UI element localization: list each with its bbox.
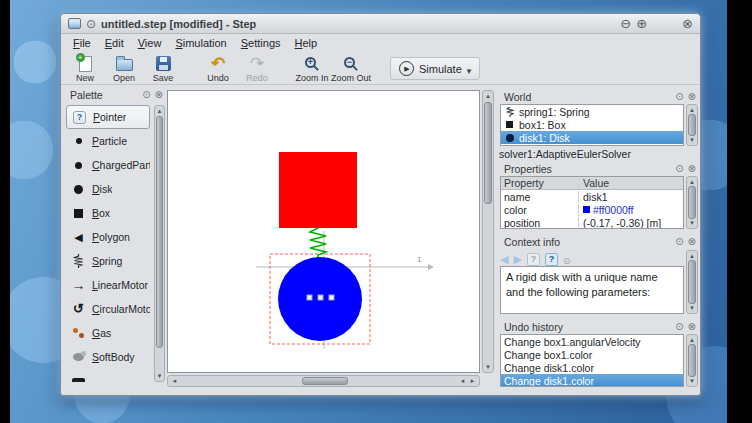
float-panel-icon[interactable] (675, 92, 683, 102)
column-property[interactable]: Property (501, 177, 579, 189)
scrollbar-thumb[interactable] (688, 344, 696, 377)
undo-item[interactable]: Change disk1.color (501, 361, 683, 374)
palette-scrollbar[interactable] (154, 105, 165, 382)
whats-this-icon[interactable] (545, 253, 558, 266)
undo-history-scrollbar[interactable] (686, 334, 698, 387)
property-value[interactable]: disk1 (579, 191, 683, 203)
float-panel-icon[interactable] (675, 237, 683, 247)
column-value[interactable]: Value (579, 177, 683, 189)
scroll-right-icon[interactable] (468, 377, 477, 385)
open-button[interactable]: Open (106, 53, 142, 83)
back-icon[interactable] (500, 253, 508, 265)
palette-item-softbody[interactable]: SoftBody (66, 345, 150, 369)
save-button[interactable]: Save (145, 53, 181, 83)
context-scrollbar[interactable] (686, 250, 698, 314)
zoom-out-button[interactable]: Zoom Out (333, 53, 369, 83)
redo-button[interactable]: Redo (239, 53, 275, 83)
close-button[interactable] (682, 17, 693, 30)
screen-edge-right (727, 0, 752, 423)
undo-icon (211, 55, 225, 72)
app-icon[interactable] (68, 18, 81, 29)
properties-scrollbar[interactable] (686, 176, 698, 229)
world-item-label: box1: Box (519, 119, 566, 131)
property-value[interactable]: (-0.17, -0.36) [m] (579, 217, 683, 229)
close-panel-icon[interactable] (688, 237, 696, 247)
scrollbar-thumb[interactable] (156, 116, 163, 348)
scroll-up-icon[interactable] (687, 106, 697, 114)
palette-item-spring[interactable]: Spring (66, 249, 150, 273)
maximize-button[interactable] (636, 17, 647, 30)
scroll-left-icon[interactable] (458, 377, 467, 385)
palette-item-particle[interactable]: Particle (66, 129, 150, 153)
float-panel-icon[interactable] (142, 90, 150, 100)
palette-item-partial[interactable] (66, 369, 150, 382)
close-panel-icon[interactable] (688, 164, 696, 174)
palette-item-linear-motor[interactable]: LinearMotor (66, 273, 150, 297)
world-solver-item[interactable]: solver1:AdaptiveEulerSolver (499, 148, 631, 160)
scroll-down-icon[interactable] (687, 136, 697, 144)
palette-panel: Palette Pointer Particle ChargedPartic (64, 88, 166, 387)
world-scrollbar[interactable] (686, 104, 698, 146)
property-value[interactable]: #ff0000ff (579, 204, 683, 216)
close-panel-icon[interactable] (155, 90, 163, 100)
box-icon (504, 121, 515, 128)
canvas-vertical-scrollbar[interactable] (482, 90, 494, 373)
palette-item-box[interactable]: Box (66, 201, 150, 225)
palette-item-pointer[interactable]: Pointer (66, 105, 150, 129)
new-button[interactable]: New (67, 53, 103, 83)
world-item-box1[interactable]: box1: Box (501, 118, 683, 131)
scroll-down-icon[interactable] (483, 363, 493, 371)
window-menu-icon[interactable] (86, 18, 96, 30)
menu-settings[interactable]: Settings (234, 36, 288, 50)
undo-button[interactable]: Undo (200, 53, 236, 83)
gas-icon (73, 328, 85, 338)
save-floppy-icon (156, 56, 171, 71)
scroll-left-icon[interactable] (170, 377, 179, 385)
minimize-button[interactable] (620, 17, 631, 30)
palette-item-circular-motor[interactable]: CircularMotor (66, 297, 150, 321)
scroll-up-icon[interactable] (687, 252, 697, 260)
palette-item-gas[interactable]: Gas (66, 321, 150, 345)
scrollbar-thumb[interactable] (688, 114, 696, 136)
zoom-in-button[interactable]: Zoom In (294, 53, 330, 83)
palette-item-label: Box (92, 207, 110, 219)
palette-item-charged-particle[interactable]: ChargedPartic (66, 153, 150, 177)
scrollbar-thumb[interactable] (302, 377, 348, 385)
undo-item[interactable]: Change box1.angularVelocity (501, 335, 683, 348)
simulate-button[interactable]: Simulate (390, 57, 480, 80)
scrollbar-thumb[interactable] (484, 102, 492, 204)
world-item-spring1[interactable]: spring1: Spring (501, 105, 683, 118)
scroll-up-icon[interactable] (155, 107, 164, 115)
simulation-canvas[interactable]: 1 (167, 90, 480, 373)
undo-item[interactable]: Change box1.color (501, 348, 683, 361)
float-panel-icon[interactable] (675, 164, 683, 174)
selection-handles[interactable] (307, 295, 334, 300)
scroll-up-icon[interactable] (687, 178, 697, 186)
scroll-down-icon[interactable] (687, 304, 697, 312)
menu-simulation[interactable]: Simulation (168, 36, 233, 50)
box-object[interactable] (279, 152, 357, 228)
close-panel-icon[interactable] (688, 322, 696, 332)
menu-help[interactable]: Help (288, 36, 325, 50)
undo-item-current[interactable]: Change disk1.color (501, 374, 683, 387)
scroll-down-icon[interactable] (687, 377, 697, 385)
scrollbar-thumb[interactable] (688, 260, 696, 304)
close-panel-icon[interactable] (688, 92, 696, 102)
menu-view[interactable]: View (131, 36, 169, 50)
titlebar[interactable]: untitled.step [modified] - Step (61, 14, 700, 34)
forward-icon[interactable] (513, 253, 521, 265)
palette-item-polygon[interactable]: Polygon (66, 225, 150, 249)
scrollbar-thumb[interactable] (688, 186, 696, 219)
help-icon[interactable] (527, 253, 540, 266)
menu-file[interactable]: File (66, 36, 98, 50)
menu-edit[interactable]: Edit (98, 36, 131, 50)
palette-item-disk[interactable]: Disk (66, 177, 150, 201)
world-item-disk1[interactable]: disk1: Disk (501, 131, 683, 144)
scroll-down-icon[interactable] (155, 372, 164, 380)
scroll-up-icon[interactable] (687, 336, 697, 344)
chevron-down-icon[interactable] (467, 60, 472, 78)
float-panel-icon[interactable] (675, 322, 683, 332)
scroll-down-icon[interactable] (687, 219, 697, 227)
scroll-up-icon[interactable] (483, 92, 493, 100)
canvas-horizontal-scrollbar[interactable] (167, 375, 480, 387)
